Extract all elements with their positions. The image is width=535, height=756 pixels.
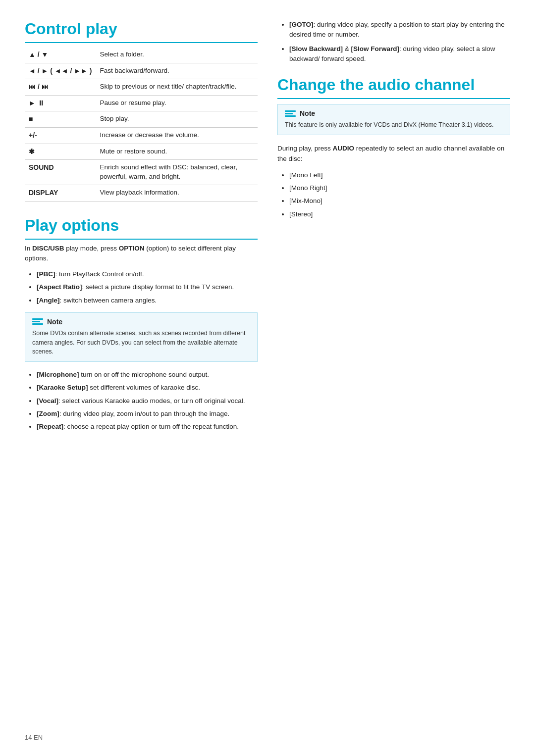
control-value: Fast backward/forward. xyxy=(96,63,258,79)
play-option-bullet: [Aspect Ratio]: select a picture display… xyxy=(37,282,258,292)
slow-backward-label: [Slow Backward] xyxy=(289,45,343,52)
play-options-intro: In DISC/USB play mode, press OPTION (opt… xyxy=(25,244,258,264)
audio-channel-note: Note This feature is only available for … xyxy=(277,104,510,135)
audio-note-icon xyxy=(285,110,296,117)
audio-channel-section: Change the audio channel Note This featu… xyxy=(277,76,510,219)
control-value: Increase or decrease the volume. xyxy=(96,127,258,144)
control-value: Skip to previous or next title/ chapter/… xyxy=(96,79,258,96)
audio-note-text: This feature is only available for VCDs … xyxy=(285,120,503,130)
play-options-more-bullets: [Microphone] turn on or off the micropho… xyxy=(25,370,258,432)
audio-note-label: Note xyxy=(300,109,315,117)
play-option-bullet: [Angle]: switch between camera angles. xyxy=(37,296,258,305)
control-play-right-bullets: [GOTO]: during video play, specify a pos… xyxy=(277,20,510,64)
audio-channel-item: [Mix-Mono] xyxy=(289,196,510,206)
control-table-row: ■Stop play. xyxy=(25,111,258,128)
audio-channel-title: Change the audio channel xyxy=(277,76,510,99)
control-value: Select a folder. xyxy=(96,47,258,63)
goto-bullet: [GOTO]: during video play, specify a pos… xyxy=(289,20,510,40)
control-table-row: ◄ / ► ( ◄◄ / ►► )Fast backward/forward. xyxy=(25,63,258,79)
play-option-more-bullet: [Zoom]: during video play, zoom in/out t… xyxy=(37,409,258,419)
page-footer: 14 EN xyxy=(25,734,43,741)
control-value: Pause or resume play. xyxy=(96,95,258,111)
goto-label: [GOTO] xyxy=(289,21,314,28)
play-option-more-bullet: [Microphone] turn on or off the micropho… xyxy=(37,370,258,380)
control-key: ⏮ / ⏭ xyxy=(25,79,96,96)
play-options-title: Play options xyxy=(25,216,258,240)
control-play-table: ▲ / ▼Select a folder.◄ / ► ( ◄◄ / ►► )Fa… xyxy=(25,47,258,202)
audio-channel-item: [Mono Right] xyxy=(289,183,510,193)
control-play-right-list: [GOTO]: during video play, specify a pos… xyxy=(277,20,510,64)
control-key: ■ xyxy=(25,111,96,128)
control-value: Mute or restore sound. xyxy=(96,144,258,160)
control-play-title: Control play xyxy=(25,20,258,43)
control-value: View playback information. xyxy=(96,185,258,201)
control-table-row: ► ⏸Pause or resume play. xyxy=(25,95,258,111)
control-key: DISPLAY xyxy=(25,185,96,201)
note-icon xyxy=(32,318,43,325)
control-table-row: +/-Increase or decrease the volume. xyxy=(25,127,258,144)
play-option-bullet: [PBC]: turn PlayBack Control on/off. xyxy=(37,269,258,279)
audio-channel-item: [Mono Left] xyxy=(289,170,510,180)
left-column: Control play ▲ / ▼Select a folder.◄ / ► … xyxy=(25,20,258,736)
control-table-row: ✱Mute or restore sound. xyxy=(25,144,258,160)
play-option-more-bullet: [Vocal]: select various Karaoke audio mo… xyxy=(37,396,258,406)
control-table-row: ⏮ / ⏭Skip to previous or next title/ cha… xyxy=(25,79,258,96)
slow-forward-label: [Slow Forward] xyxy=(351,45,400,52)
audio-channels-list: [Mono Left][Mono Right][Mix-Mono][Stereo… xyxy=(277,170,510,219)
control-value: Stop play. xyxy=(96,111,258,128)
control-key: ✱ xyxy=(25,144,96,160)
control-table-row: DISPLAYView playback information. xyxy=(25,185,258,201)
control-key: ▲ / ▼ xyxy=(25,47,96,63)
play-options-note: Note Some DVDs contain alternate scenes,… xyxy=(25,312,258,362)
control-key: +/- xyxy=(25,127,96,144)
slow-bullet: [Slow Backward] & [Slow Forward]: during… xyxy=(289,44,510,64)
play-option-more-bullet: [Karaoke Setup] set different volumes of… xyxy=(37,383,258,393)
control-play-section: Control play ▲ / ▼Select a folder.◄ / ► … xyxy=(25,20,258,202)
control-value: Enrich sound effect with DSC: balanced, … xyxy=(96,160,258,185)
control-key: ◄ / ► ( ◄◄ / ►► ) xyxy=(25,63,96,79)
control-table-row: ▲ / ▼Select a folder. xyxy=(25,47,258,63)
note-label: Note xyxy=(47,318,62,326)
play-options-section: Play options In DISC/USB play mode, pres… xyxy=(25,216,258,432)
audio-intro: During play, press AUDIO repeatedly to s… xyxy=(277,143,510,164)
control-key: ► ⏸ xyxy=(25,95,96,111)
play-option-more-bullet: [Repeat]: choose a repeat play option or… xyxy=(37,422,258,432)
right-column: [GOTO]: during video play, specify a pos… xyxy=(277,20,510,736)
control-key: SOUND xyxy=(25,160,96,185)
control-table-row: SOUNDEnrich sound effect with DSC: balan… xyxy=(25,160,258,185)
note-text: Some DVDs contain alternate scenes, such… xyxy=(32,329,250,356)
play-options-bullets: [PBC]: turn PlayBack Control on/off.[Asp… xyxy=(25,269,258,305)
audio-channel-item: [Stereo] xyxy=(289,209,510,219)
